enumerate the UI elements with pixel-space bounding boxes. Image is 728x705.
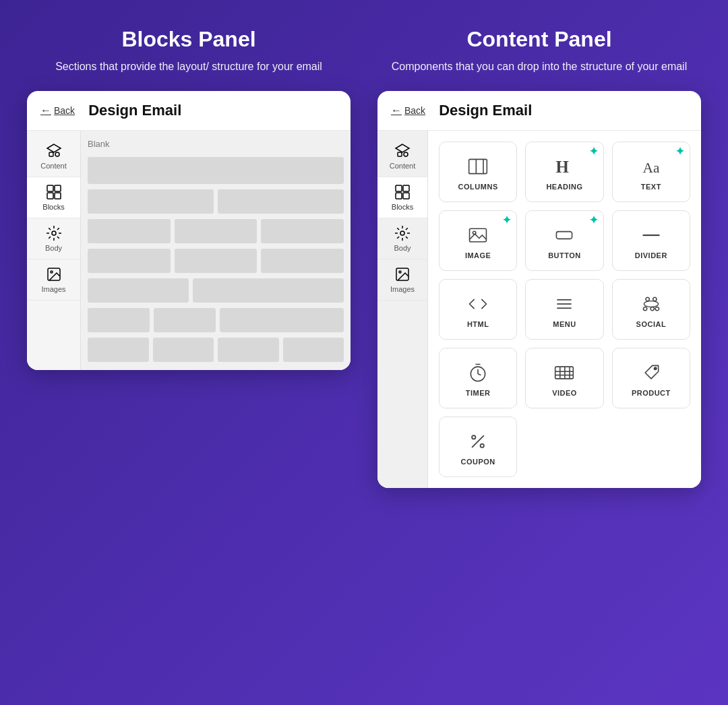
sidebar-item-blocks[interactable]: Blocks <box>27 177 80 218</box>
block-row-4col[interactable] <box>88 338 344 362</box>
video-label: VIDEO <box>552 389 577 397</box>
block-cell <box>154 308 216 332</box>
svg-rect-5 <box>47 193 53 199</box>
svg-point-17 <box>400 231 404 235</box>
content-window: ← Back Design Email Content <box>377 91 701 488</box>
text-add-badge: ✦ <box>675 146 684 157</box>
svg-rect-13 <box>396 185 402 191</box>
blocks-window-body: Content Blocks <box>27 131 351 370</box>
svg-rect-16 <box>403 193 409 199</box>
svg-point-9 <box>51 271 53 273</box>
block-cell <box>88 278 189 303</box>
content-sidebar-content-label: Content <box>390 162 416 170</box>
content-item-social[interactable]: SOCIAL <box>612 279 690 340</box>
svg-point-37 <box>644 301 658 307</box>
content-sidebar-item-content[interactable]: Content <box>377 136 427 177</box>
blocks-back-link[interactable]: ← Back <box>40 104 75 117</box>
svg-marker-10 <box>396 144 409 152</box>
sidebar-item-images[interactable]: Images <box>27 259 80 301</box>
svg-rect-25 <box>470 228 487 242</box>
block-row-3col[interactable] <box>88 219 344 243</box>
content-back-link[interactable]: ← Back <box>391 104 425 117</box>
block-cell <box>261 249 344 273</box>
block-cell <box>175 219 257 243</box>
button-label: BUTTON <box>548 251 581 259</box>
blocks-panel-section: Blocks Panel Sections that provide the l… <box>27 27 351 488</box>
image-label: IMAGE <box>465 251 491 259</box>
block-cell <box>218 338 279 362</box>
sidebar-body-label: Body <box>45 244 62 252</box>
content-item-columns[interactable]: COLUMNS <box>439 142 517 202</box>
svg-point-51 <box>481 444 484 448</box>
svg-point-48 <box>654 367 657 370</box>
blocks-window: ← Back Design Email Content <box>27 91 351 370</box>
svg-text:Aa: Aa <box>642 160 659 176</box>
html-label: HTML <box>467 320 489 328</box>
svg-rect-42 <box>555 367 574 379</box>
content-item-coupon[interactable]: COUPON <box>439 417 517 477</box>
content-sidebar-item-blocks[interactable]: Blocks <box>377 177 427 218</box>
svg-point-7 <box>52 231 56 235</box>
content-sidebar-item-body[interactable]: Body <box>377 218 427 259</box>
content-sidebar-images-label: Images <box>390 285 415 293</box>
content-item-text[interactable]: ✦ Aa TEXT <box>612 142 690 202</box>
block-row-1col[interactable] <box>88 157 344 184</box>
block-cell <box>88 219 171 243</box>
content-item-button[interactable]: ✦ BUTTON <box>525 210 603 271</box>
block-cell <box>88 249 171 273</box>
content-item-divider[interactable]: DIVIDER <box>612 210 690 271</box>
svg-point-34 <box>643 307 646 310</box>
svg-marker-0 <box>47 144 61 152</box>
content-panel-section: Content Panel Components that you can dr… <box>377 27 701 488</box>
svg-point-12 <box>404 152 408 156</box>
blocks-window-header: ← Back Design Email <box>27 91 351 131</box>
content-panel-title: Content Panel <box>466 27 611 52</box>
timer-label: TIMER <box>466 389 491 397</box>
blocks-back-label: Back <box>54 105 75 116</box>
svg-line-49 <box>472 435 484 448</box>
block-cell <box>88 308 150 332</box>
svg-rect-27 <box>557 232 572 239</box>
block-row-3col-v2[interactable] <box>88 249 344 273</box>
content-item-menu[interactable]: MENU <box>525 279 603 340</box>
content-sidebar-body-label: Body <box>394 244 411 252</box>
block-cell <box>88 157 344 184</box>
svg-point-19 <box>399 271 401 273</box>
content-item-image[interactable]: ✦ IMAGE <box>439 210 517 271</box>
text-label: TEXT <box>641 183 661 191</box>
svg-text:H: H <box>556 158 569 176</box>
content-item-product[interactable]: PRODUCT <box>612 348 690 408</box>
blocks-content-area: Blank <box>81 131 351 370</box>
content-item-timer[interactable]: TIMER <box>439 348 517 408</box>
content-sidebar-blocks-label: Blocks <box>392 203 413 211</box>
content-item-video[interactable]: VIDEO <box>525 348 603 408</box>
social-label: SOCIAL <box>636 320 667 328</box>
sidebar-content-label: Content <box>40 162 67 170</box>
svg-line-40 <box>478 374 481 375</box>
content-sidebar: Content Blocks <box>377 131 428 488</box>
svg-rect-20 <box>469 159 487 173</box>
image-add-badge: ✦ <box>502 215 511 226</box>
sidebar-item-content[interactable]: Content <box>27 136 80 177</box>
content-window-header: ← Back Design Email <box>377 91 701 131</box>
content-items-grid: COLUMNS ✦ H HEADING ✦ Aa <box>428 131 701 488</box>
sidebar-blocks-label: Blocks <box>42 203 64 211</box>
block-row-2col[interactable] <box>88 189 344 214</box>
button-add-badge: ✦ <box>589 215 598 226</box>
content-item-html[interactable]: HTML <box>439 279 517 340</box>
sidebar-item-body[interactable]: Body <box>27 218 80 259</box>
heading-label: HEADING <box>546 183 582 191</box>
svg-point-33 <box>653 297 656 301</box>
blank-label: Blank <box>88 139 344 149</box>
block-row-mixed[interactable] <box>88 308 344 332</box>
product-label: PRODUCT <box>632 389 671 397</box>
svg-rect-14 <box>403 185 409 191</box>
svg-point-2 <box>55 152 59 156</box>
svg-rect-15 <box>396 193 402 199</box>
content-item-heading[interactable]: ✦ H HEADING <box>525 142 603 202</box>
block-row-wide-narrow[interactable] <box>88 278 344 303</box>
block-cell <box>175 249 257 273</box>
block-cell <box>88 189 214 214</box>
block-cell <box>153 338 214 362</box>
content-sidebar-item-images[interactable]: Images <box>377 259 427 301</box>
